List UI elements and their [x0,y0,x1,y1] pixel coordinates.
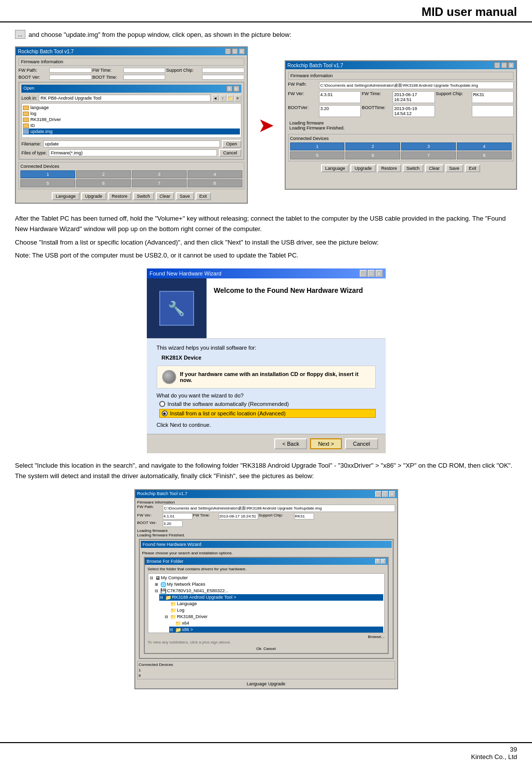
browse-instruction: Select the folder that contains drivers … [148,567,385,571]
bottom-device-1[interactable]: 1 [139,668,202,672]
bottom-boot-row: BOOT Ver: 3.20 [137,520,395,527]
restore-btn-left[interactable]: Restore [108,192,132,200]
device-btn-7[interactable]: 7 [132,179,187,187]
bottom-device-5[interactable]: 6 [139,673,202,678]
bottom-device-7[interactable] [267,673,330,678]
look-in-value[interactable]: RK PB8-Android Upgrade Tool [39,95,211,102]
nav-up-icon[interactable]: ↑ [219,95,226,102]
filename-input[interactable]: update [43,140,220,147]
wizard-maximize-btn[interactable]: □ [368,270,375,277]
bottom-device-3[interactable] [267,668,330,672]
close-btn-right[interactable]: X [508,62,514,68]
maximize-btn-left[interactable]: □ [232,48,238,54]
file-item-log: log [23,111,240,117]
wizard-option1-row[interactable]: Install the software automatically (Reco… [159,401,376,407]
tree-x86[interactable]: ⊟ 📁 x86 > [169,627,383,633]
bottom-minimize-btn[interactable]: _ [375,491,381,497]
folder-x64-icon: 📁 [175,621,181,626]
dialog-close-btn[interactable]: X [233,86,239,92]
bottom-device-8[interactable] [330,673,394,678]
save-btn-right[interactable]: Save [445,164,464,172]
tree-drive[interactable]: ⊟ 💾 C7K780V10_N041_E580322... [154,588,383,594]
r-device-btn-4[interactable]: 4 [457,142,512,150]
device-btn-2[interactable]: 2 [76,170,131,178]
info-grid-left2: BOOT Ver: BOOT Time: [18,75,244,80]
radio-option2[interactable] [162,410,168,416]
new-folder-icon[interactable]: 📁 [227,95,234,102]
r-device-btn-5[interactable]: 5 [290,151,345,159]
switch-btn-right[interactable]: Switch [403,164,424,172]
device-btn-1[interactable]: 1 [20,170,75,178]
r-device-btn-7[interactable]: 7 [401,151,456,159]
boot-time-value-right: 2013-05-19 14:54:12 [393,105,435,117]
restore-btn-right[interactable]: Restore [377,164,401,172]
file-item-update[interactable]: update.img [23,129,240,134]
file-list-left: language log RK3188_Driver ID [21,103,241,138]
clear-btn-left[interactable]: Clear [156,192,175,200]
device-btn-6[interactable]: 6 [76,179,131,187]
back-button[interactable]: < Back [274,438,307,449]
minimize-btn-left[interactable]: _ [225,48,231,54]
tree-my-computer[interactable]: ⊟ 🖥 My Computer [149,575,383,581]
device-btn-4[interactable]: 4 [188,170,242,178]
cancel-button[interactable]: Cancel [345,438,378,449]
folder-btn[interactable]: ... [15,30,25,39]
maximize-btn-right[interactable]: □ [501,62,507,68]
switch-btn-left[interactable]: Switch [133,192,154,200]
device-btn-3[interactable]: 3 [132,170,187,178]
page-title: MID user manual [422,5,517,18]
bottom-upgrade-btn[interactable]: Upgrade [268,681,286,686]
next-button[interactable]: Next > [310,438,342,449]
view-icon[interactable]: ≡ [234,95,241,102]
tree-log[interactable]: 📁 Log [164,607,383,614]
bottom-language-btn[interactable]: Language [247,681,267,686]
browse-btn-row: Browse... [148,635,385,639]
nav-back-icon[interactable]: ◄ [212,95,219,102]
ok-button[interactable]: Ok [256,646,261,651]
upgrade-btn-left[interactable]: Upgrade [81,192,106,200]
tree-x64[interactable]: 📁 x64 [169,620,383,627]
dialog-help-btn[interactable]: ? [226,86,232,92]
minimize-btn-right[interactable]: _ [494,62,500,68]
tree-driver[interactable]: ⊟ 📁 RK3188_Driver [164,614,383,620]
browse-help-btn[interactable]: ? [375,559,380,564]
r-device-btn-3[interactable]: 3 [401,142,456,150]
fw-path-label-left: FW Path: [18,68,48,73]
device-btn-5[interactable]: 5 [20,179,75,187]
loading-text2: Loading Firmware Finished. [290,126,513,130]
language-btn-right[interactable]: Language [321,164,349,172]
filetype-select[interactable]: Firmware(*.img) [49,149,217,156]
browse-close-btn[interactable]: X [381,559,386,564]
browse-cancel-button[interactable]: Cancel [263,646,276,651]
upgrade-btn-right[interactable]: Upgrade [350,164,376,172]
wizard-option2-row[interactable]: Install from a list or specific location… [159,409,376,418]
fw-tool-left: Rockchip Batch Tool v1.7 _ □ X Firmware … [15,46,248,204]
close-btn-left[interactable]: X [239,48,245,54]
tree-language[interactable]: 📁 Language [164,601,383,607]
wizard-close-btn[interactable]: X [376,270,383,277]
exit-btn-right[interactable]: Exit [465,164,480,172]
r-device-btn-6[interactable]: 6 [345,151,400,159]
device-btn-8[interactable]: 8 [188,179,242,187]
wizard-minimize-btn[interactable]: _ [360,270,367,277]
tree-rk3188-tool[interactable]: ⊟ 📁 RK3188 Android Upgrade Tool > [159,594,383,601]
exit-btn-left[interactable]: Exit [196,192,211,200]
bottom-close-icon[interactable]: X [389,491,395,497]
cancel-dialog-btn[interactable]: Cancel [219,149,241,157]
file-item-driver: RK3188_Driver [23,117,240,123]
save-btn-left[interactable]: Save [176,192,194,200]
r-device-btn-1[interactable]: 1 [290,142,345,150]
language-btn-left[interactable]: Language [52,192,80,200]
clear-btn-right[interactable]: Clear [425,164,444,172]
bottom-device-6[interactable] [203,673,266,678]
bottom-device-2[interactable] [203,668,266,672]
r-device-btn-2[interactable]: 2 [345,142,400,150]
bottom-device-4[interactable] [330,668,394,672]
open-dialog-btn[interactable]: Open [222,140,241,148]
bottom-support-chip-value: RK31 [294,513,314,519]
browse-button[interactable]: Browse... [368,635,384,639]
tree-network[interactable]: ⊞ 🌐 My Network Places [154,581,383,588]
bottom-maximize-btn[interactable]: □ [382,491,388,497]
r-device-btn-8[interactable]: 8 [457,151,512,159]
radio-option1[interactable] [159,401,165,407]
